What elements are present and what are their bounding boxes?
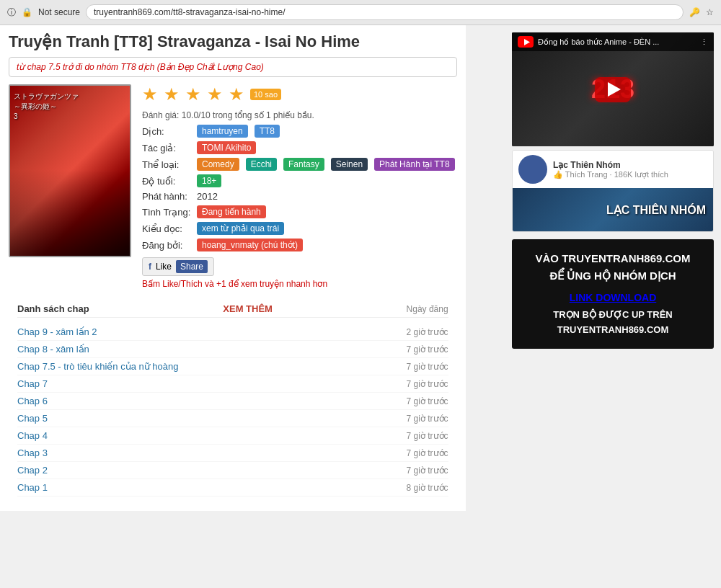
video-overlay — [512, 32, 714, 146]
play-button[interactable] — [595, 77, 631, 102]
publish-year: 2012 — [197, 191, 218, 202]
reading-label: Kiểu đọc: — [142, 223, 193, 234]
fb-icon: f — [149, 262, 151, 272]
chapter-date: 7 giờ trước — [407, 344, 448, 355]
chapter-link[interactable]: Chap 6 — [17, 396, 48, 406]
chapter-list: Chap 9 - xâm lấn 2 2 giờ trước Chap 8 - … — [17, 324, 448, 496]
status-row: Tình Trạng: Đang tiến hành — [142, 205, 457, 218]
chapter-date: 7 giờ trước — [407, 448, 448, 458]
fb-banner-text: LẠC THIÊN NHÓM — [606, 203, 706, 217]
chapter-link[interactable]: Chap 9 - xâm lấn 2 — [17, 326, 97, 337]
reading-style[interactable]: xem từ phải qua trái — [197, 222, 284, 235]
chapter-date: 7 giờ trước — [407, 466, 448, 476]
author-row: Tác giả: TOMI Akihito — [142, 141, 457, 154]
chapter-item: Chap 1 8 giờ trước — [17, 479, 448, 496]
promo-main: VÀO TRUYENTRANH869.COM ĐỂ ỦNG HỘ NHÓM DỊ… — [519, 250, 707, 285]
fb-page-name: Lạc Thiên Nhóm — [553, 160, 668, 170]
notice-text: từ chap 7.5 trở đi do nhóm TT8 dịch (Bản… — [17, 62, 264, 72]
main-content: Truyện Tranh [TT8] Stravaganza - Isai No… — [0, 25, 466, 511]
fb-page-likes: 👍 Thích Trang · 186K lượt thích — [553, 170, 668, 179]
chapter-item: Chap 6 7 giờ trước — [17, 393, 448, 410]
author-tag[interactable]: TOMI Akihito — [197, 141, 256, 154]
page-title: Truyện Tranh [TT8] Stravaganza - Isai No… — [9, 32, 457, 51]
chapter-item: Chap 5 7 giờ trước — [17, 410, 448, 427]
publish-row: Phát hành: 2012 — [142, 191, 457, 202]
genre-label: Thể loại: — [142, 159, 193, 170]
promo-line4: TRUYENTRANH869.COM — [557, 324, 669, 335]
key-icon: 🔑 — [689, 7, 700, 17]
promo-link[interactable]: LINK DOWNLOAD — [519, 292, 707, 303]
sidebar: Đồng hồ báo thức Anime - ĐÈN ... ⋮ 213 L… — [505, 25, 721, 356]
chapter-date: 7 giờ trước — [407, 362, 448, 372]
chapter-link[interactable]: Chap 5 — [17, 413, 48, 424]
status-label: Tình Trạng: — [142, 207, 193, 218]
status-tag[interactable]: Đang tiến hành — [197, 205, 266, 218]
chapter-link[interactable]: Chap 7.5 - trò tiêu khiến của nữ hoàng — [17, 361, 178, 372]
poster-tag[interactable]: hoang_vnmaty (chú thớt) — [197, 239, 303, 251]
promo-box: VÀO TRUYENTRANH869.COM ĐỂ ỦNG HỘ NHÓM DỊ… — [512, 239, 714, 349]
video-container: Đồng hồ báo thức Anime - ĐÈN ... ⋮ 213 — [512, 32, 714, 146]
chapter-date: 7 giờ trước — [407, 414, 448, 424]
translation-group[interactable]: hamtruyen — [197, 125, 248, 138]
chapter-link[interactable]: Chap 3 — [17, 447, 48, 458]
chapter-item: Chap 2 7 giờ trước — [17, 462, 448, 479]
rating-text: Đánh giá: 10.0/10 trong tổng số 1 phiếu … — [142, 110, 457, 120]
age-tag[interactable]: 18+ — [197, 174, 221, 187]
cover-image — [9, 84, 131, 257]
author-label: Tác giả: — [142, 143, 193, 153]
chapter-link[interactable]: Chap 1 — [17, 482, 48, 493]
chapter-link[interactable]: Chap 7 — [17, 378, 48, 389]
reading-row: Kiểu đọc: xem từ phải qua trái — [142, 222, 457, 235]
fb-page-header: Lạc Thiên Nhóm 👍 Thích Trang · 186K lượt… — [513, 151, 713, 188]
chapter-date: 7 giờ trước — [407, 379, 448, 389]
genre-tt8[interactable]: Phát Hành tại TT8 — [374, 158, 455, 171]
fb-like-button[interactable]: f Like Share — [142, 257, 214, 276]
fb-encourage: Bấm Like/Thích và +1 để xem truyện nhanh… — [142, 279, 457, 289]
genre-ecchi[interactable]: Ecchi — [246, 158, 277, 171]
stars-row: ★ ★ ★ ★ ★ 10 sao — [142, 84, 457, 104]
url-bar[interactable]: truyentranh869.com/tt8-stravaganza-isai-… — [86, 4, 684, 20]
fb-like-label: Like — [156, 262, 172, 272]
fb-avatar — [518, 155, 547, 184]
poster-row: Đăng bởi: hoang_vnmaty (chú thớt) — [142, 239, 457, 251]
chapter-item: Chap 9 - xâm lấn 2 2 giờ trước — [17, 324, 448, 341]
translation-row: Dịch: hamtruyen TT8 — [142, 125, 457, 138]
lock-icon: 🔒 — [22, 7, 32, 17]
fb-page-banner: LẠC THIÊN NHÓM — [513, 188, 713, 231]
info-section: ★ ★ ★ ★ ★ 10 sao Đánh giá: 10.0/10 trong… — [9, 84, 457, 289]
see-more-link[interactable]: XEM THÊM — [223, 303, 273, 314]
chapter-link[interactable]: Chap 2 — [17, 465, 48, 476]
chapter-date: 8 giờ trước — [407, 483, 448, 493]
fb-page-box: Lạc Thiên Nhóm 👍 Thích Trang · 186K lượt… — [512, 150, 714, 232]
publish-label: Phát hành: — [142, 191, 193, 202]
genre-seinen[interactable]: Seinen — [331, 158, 368, 171]
translation-tag[interactable]: TT8 — [255, 125, 280, 138]
genre-row: Thể loại: Comedy Ecchi Fantasy Seinen Ph… — [142, 158, 457, 171]
promo-line2: ĐỂ ỦNG HỘ NHÓM DỊCH — [549, 270, 676, 282]
play-triangle — [608, 82, 621, 97]
poster-label: Đăng bởi: — [142, 240, 193, 251]
chapter-item: Chap 7 7 giờ trước — [17, 375, 448, 393]
chapter-section: Danh sách chap XEM THÊM Ngày đăng Chap 9… — [9, 296, 457, 504]
chapter-list-title: Danh sách chap — [17, 303, 89, 314]
fb-page-info: Lạc Thiên Nhóm 👍 Thích Trang · 186K lượt… — [553, 160, 668, 179]
genre-comedy[interactable]: Comedy — [197, 158, 239, 171]
star-5: ★ — [229, 84, 244, 104]
browser-bar: ⓘ 🔒 Not secure truyentranh869.com/tt8-st… — [0, 0, 721, 25]
age-row: Độ tuổi: 18+ — [142, 174, 457, 187]
chapter-date: 7 giờ trước — [407, 396, 448, 406]
genre-fantasy[interactable]: Fantasy — [283, 158, 324, 171]
star-icon: ☆ — [706, 7, 714, 17]
chapter-link[interactable]: Chap 4 — [17, 430, 48, 441]
star-3: ★ — [185, 84, 201, 104]
chapter-link[interactable]: Chap 8 - xâm lấn — [17, 344, 89, 355]
details-section: ★ ★ ★ ★ ★ 10 sao Đánh giá: 10.0/10 trong… — [142, 84, 457, 289]
date-header: Ngày đăng — [407, 304, 448, 314]
notice-box: từ chap 7.5 trở đi do nhóm TT8 dịch (Bản… — [9, 57, 457, 77]
star-4: ★ — [207, 84, 223, 104]
chapter-header: Danh sách chap XEM THÊM Ngày đăng — [17, 303, 448, 318]
chapter-item: Chap 3 7 giờ trước — [17, 445, 448, 462]
chapter-item: Chap 7.5 - trò tiêu khiến của nữ hoàng 7… — [17, 358, 448, 375]
fb-share-label[interactable]: Share — [176, 260, 208, 273]
promo-line1: VÀO TRUYENTRANH869.COM — [535, 252, 690, 264]
